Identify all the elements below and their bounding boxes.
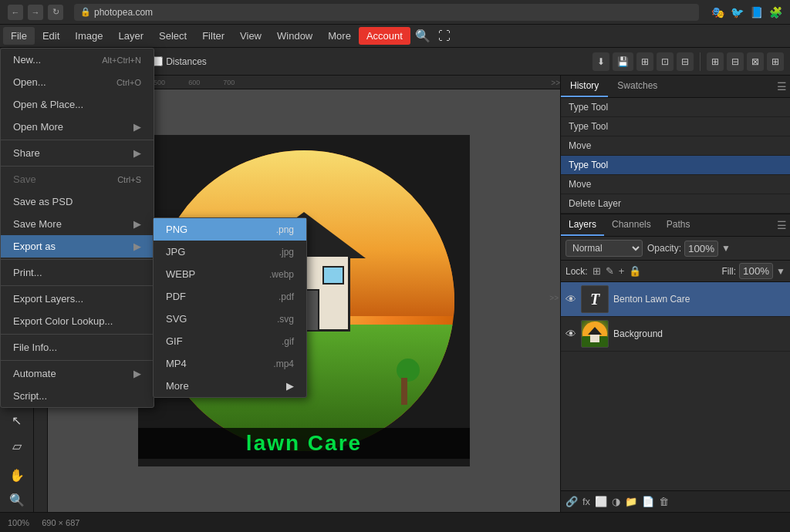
toolbar-btn-2[interactable]: 💾 (613, 52, 633, 71)
layer-mask-button[interactable]: ⬜ (595, 496, 607, 507)
new-layer-button[interactable]: 📄 (642, 496, 654, 507)
file-export-layers[interactable]: Export Layers... (1, 288, 154, 310)
tool-zoom[interactable]: 🔍 (4, 489, 30, 512)
menu-layer[interactable]: Layer (111, 27, 152, 45)
fill-input[interactable] (739, 263, 773, 279)
file-save-psd[interactable]: Save as PSD (1, 190, 154, 213)
menu-window[interactable]: Window (269, 27, 320, 45)
layer-row-1[interactable]: 👁 Background (561, 317, 790, 352)
url-bar[interactable]: 🔒 photopea.com (74, 4, 699, 21)
history-menu-button[interactable]: ☰ (777, 80, 787, 93)
menu-filter[interactable]: Filter (194, 27, 232, 45)
blend-mode-select[interactable]: Normal (565, 240, 643, 257)
file-info[interactable]: File Info... (1, 336, 154, 359)
tab-history[interactable]: History (561, 76, 608, 97)
delete-layer-button[interactable]: 🗑 (659, 496, 669, 507)
link-layers-button[interactable]: 🔗 (565, 496, 578, 507)
history-item-0[interactable]: Type Tool (561, 98, 790, 117)
menu-image[interactable]: Image (67, 27, 110, 45)
menu-select[interactable]: Select (151, 27, 194, 45)
file-script[interactable]: Script... (1, 385, 154, 407)
file-save-more[interactable]: Save More ▶ (1, 213, 154, 235)
opacity-arrow[interactable]: ▼ (721, 243, 731, 254)
search-icon[interactable]: 🔍 (415, 29, 430, 43)
file-open-place[interactable]: Open & Place... (1, 93, 154, 116)
file-export-color[interactable]: Export Color Lookup... (1, 310, 154, 332)
toolbar-btn-4[interactable]: ⊡ (657, 52, 674, 71)
tab-paths[interactable]: Paths (659, 214, 698, 236)
file-new[interactable]: New... Alt+Ctrl+N (1, 49, 154, 71)
toolbar-btn-9[interactable]: ⊞ (767, 52, 784, 71)
fullscreen-icon[interactable]: ⛶ (438, 29, 451, 43)
opacity-input[interactable] (684, 241, 718, 257)
file-print[interactable]: Print... (1, 261, 154, 284)
export-webp[interactable]: WEBP .webp (154, 263, 306, 285)
divider-6 (1, 360, 154, 361)
toolbar-btn-6[interactable]: ⊞ (707, 52, 724, 71)
lock-artboard-icon[interactable]: + (619, 265, 625, 277)
menu-more[interactable]: More (320, 27, 359, 45)
export-mp4[interactable]: MP4 .mp4 (154, 352, 306, 375)
tab-swatches[interactable]: Swatches (608, 76, 667, 97)
history-item-2[interactable]: Move (561, 136, 790, 156)
toolbar-btn-1[interactable]: ⬇ (592, 52, 609, 71)
adjustment-layer-button[interactable]: ◑ (612, 496, 620, 507)
lock-pixels-icon[interactable]: ⊞ (592, 265, 601, 277)
fill-arrow[interactable]: ▼ (776, 266, 785, 277)
layer-row-0[interactable]: 👁 T Benton Lawn Care (561, 282, 790, 317)
forward-button[interactable]: → (28, 5, 43, 20)
layers-menu-button[interactable]: ☰ (777, 219, 787, 231)
file-open[interactable]: Open... Ctrl+O (1, 71, 154, 93)
file-export-as-arrow: ▶ (133, 241, 141, 252)
file-automate[interactable]: Automate ▶ (1, 362, 154, 385)
layer-visibility-0[interactable]: 👁 (565, 293, 576, 305)
toolbar-btn-3[interactable]: ⊞ (636, 52, 653, 71)
export-more-arrow: ▶ (286, 380, 294, 392)
layer-fx-button[interactable]: fx (582, 496, 590, 507)
tool-shape[interactable]: ▱ (4, 434, 30, 457)
twitter-icon[interactable]: 🐦 (731, 6, 744, 19)
export-jpg[interactable]: JPG .jpg (154, 241, 306, 263)
history-item-3[interactable]: Type Tool (561, 156, 790, 175)
lock-row: Lock: ⊞ ✎ + 🔒 Fill: ▼ (561, 261, 790, 282)
toolbar-btn-7[interactable]: ⊟ (727, 52, 744, 71)
file-share[interactable]: Share ▶ (1, 142, 154, 164)
collapse-top-arrow[interactable]: >> (551, 79, 560, 87)
collapse-right-arrow[interactable]: >> (549, 294, 559, 302)
menu-file[interactable]: File (3, 27, 35, 45)
export-mp4-ext: .mp4 (273, 359, 294, 369)
menu-account[interactable]: Account (359, 27, 410, 45)
back-button[interactable]: ← (8, 5, 23, 20)
history-item-5[interactable]: Delete Layer (561, 194, 790, 214)
file-new-shortcut: Alt+Ctrl+N (102, 56, 141, 65)
toolbar-btn-8[interactable]: ⊠ (747, 52, 764, 71)
menu-edit[interactable]: Edit (35, 27, 67, 45)
export-pdf[interactable]: PDF .pdf (154, 285, 306, 308)
layer-visibility-1[interactable]: 👁 (565, 328, 576, 340)
history-item-4[interactable]: Move (561, 175, 790, 194)
menu-view[interactable]: View (232, 27, 269, 45)
export-pdf-ext: .pdf (279, 291, 294, 302)
file-save-more-label: Save More (13, 218, 62, 230)
file-export-as[interactable]: Export as ▶ (1, 235, 154, 258)
tab-layers[interactable]: Layers (561, 214, 604, 236)
export-png[interactable]: PNG .png (154, 218, 306, 241)
reload-button[interactable]: ↻ (48, 5, 63, 20)
history-item-1[interactable]: Type Tool (561, 117, 790, 136)
divider-3 (1, 259, 154, 260)
lock-position-icon[interactable]: ✎ (606, 265, 614, 277)
toolbar-btn-5[interactable]: ⊟ (677, 52, 694, 71)
extensions-icon[interactable]: 🧩 (769, 6, 782, 19)
tool-path-select[interactable]: ↖ (4, 409, 30, 433)
export-svg[interactable]: SVG .svg (154, 308, 306, 330)
tool-hand[interactable]: ✋ (4, 463, 30, 487)
export-more[interactable]: More ▶ (154, 375, 306, 397)
file-open-more[interactable]: Open More ▶ (1, 116, 154, 138)
reddit-icon[interactable]: 🎭 (711, 6, 724, 19)
tab-channels[interactable]: Channels (604, 214, 659, 236)
export-gif[interactable]: GIF .gif (154, 330, 306, 352)
layer-group-button[interactable]: 📁 (625, 496, 637, 507)
lock-all-icon[interactable]: 🔒 (629, 265, 641, 277)
distances-checkbox[interactable] (153, 56, 163, 66)
facebook-icon[interactable]: 📘 (750, 6, 763, 19)
